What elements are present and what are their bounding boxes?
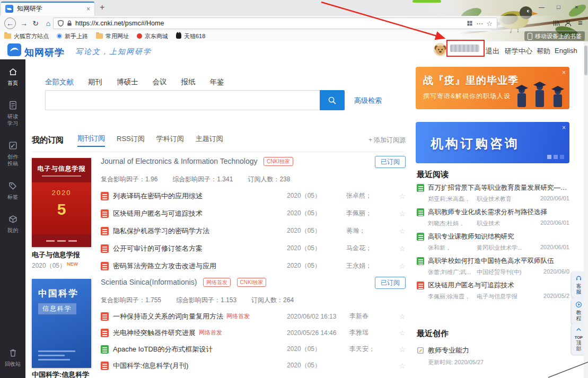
tab-yearbook[interactable]: 年鉴 [210, 77, 224, 87]
bookmark-star-icon[interactable]: ☆ [486, 20, 493, 28]
lock-icon[interactable] [67, 20, 72, 27]
article-title[interactable]: 隐私保护机器学习的密码学方法 [113, 226, 209, 236]
tab-topic-subs[interactable]: 主题订阅 [196, 134, 223, 146]
article-row[interactable]: 列表译码在密码中的应用综述 2020（05） 张卓然； ☆ [101, 187, 406, 205]
journal-caption[interactable]: 电子与信息学报 2020（05）NEW [32, 250, 99, 270]
reading-item[interactable]: 高职学校如何打造中国特色高水平双师队伍 张蕾;刘维广;武...中国经贸导刊(中)… [417, 257, 569, 281]
creation-item[interactable]: 教师专业能力 更新时间: 2020/05/27 [417, 346, 569, 366]
star-icon[interactable]: ☆ [393, 209, 406, 218]
journal-cover[interactable]: 中国科学 信息科学 [32, 279, 91, 368]
forward-button[interactable]: → [18, 17, 30, 29]
subscribed-button[interactable]: 已订阅 [375, 277, 406, 289]
article-row[interactable]: 区块链用户匿名与可追踪技术 2020（05） 李佩丽； ☆ [101, 205, 406, 222]
sidebar-item-tags[interactable]: 标签 [7, 181, 18, 200]
window-minimize-button[interactable]: — [539, 4, 545, 10]
article-row[interactable]: 密码算法旁路立方攻击改进与应用 2020（05） 王永娟； ☆ [101, 257, 406, 275]
star-icon[interactable]: ☆ [393, 192, 406, 200]
sidebar-item-home[interactable]: 首页 [7, 67, 18, 86]
bookmark-item[interactable]: 火狐官方站点 [4, 32, 49, 40]
user-avatar[interactable] [434, 43, 447, 56]
star-icon[interactable]: ☆ [393, 345, 406, 354]
new-tab-button[interactable]: + [100, 3, 104, 12]
article-title[interactable]: 公开可审计的可修订签名方案 [113, 244, 203, 253]
article-row[interactable]: 一种保持语义关系的词向量复用方法 网络首发 2020/06/02 16:13 李… [101, 308, 406, 324]
tab-subject-subs[interactable]: 学科订阅 [156, 134, 184, 146]
search-input[interactable] [45, 90, 320, 110]
tracking-shield-icon[interactable] [58, 20, 64, 27]
reading-item[interactable]: 高职专业课教师知识结构研究 张和新，黄冈职业技术学...2020/06/01 [417, 232, 569, 257]
article-row[interactable]: 公开可审计的可修订签名方案 2020（05） 马金花； ☆ [101, 240, 406, 257]
bookmark-item[interactable]: 京东商城 [137, 32, 168, 40]
reading-item[interactable]: 百万扩招背景下高等职业教育质量发展研究——兼... 郑亚莉;米高磊，职业技术教育… [417, 183, 569, 208]
site-logo-icon[interactable] [7, 43, 21, 58]
article-title[interactable]: 密码算法旁路立方攻击改进与应用 [113, 261, 216, 271]
advanced-search-link[interactable]: 高级检索 [354, 96, 382, 106]
article-title[interactable]: 列表译码在密码中的应用综述 [113, 191, 203, 201]
vertical-scrollbar[interactable] [584, 41, 588, 378]
star-icon[interactable]: ☆ [393, 262, 406, 270]
article-title[interactable]: 区块链用户匿名与可追踪技术 [113, 209, 203, 218]
subscribed-button[interactable]: 已订阅 [375, 156, 406, 168]
article-title[interactable]: 中国科学:信息科学(月刊) [113, 361, 188, 371]
sidebar-item-study[interactable]: 研读学习 [7, 100, 18, 127]
site-brand[interactable]: 知网研学 [24, 46, 65, 59]
reading-item[interactable]: 区块链用户匿名与可追踪技术 李佩丽;徐海霞，电子与信息学报2020/05/2 [417, 281, 569, 305]
help-link[interactable]: 帮助 [537, 47, 550, 56]
star-icon[interactable]: ☆ [393, 227, 406, 235]
username-redacted[interactable] [450, 45, 479, 52]
tab-close-icon[interactable]: × [86, 5, 90, 13]
article-title[interactable]: 光电神经突触器件研究进展 [113, 328, 196, 338]
article-row[interactable]: Apache IoTDB的分布式框架设计 2020（05） 李天安； ☆ [101, 341, 406, 357]
search-button[interactable] [320, 90, 345, 110]
tab-all-literature[interactable]: 全部文献 [45, 77, 74, 87]
home-button[interactable]: ⌂ [42, 17, 54, 29]
sidebar-item-recycle[interactable]: 回收站 [5, 348, 21, 367]
star-icon[interactable]: ☆ [393, 362, 406, 370]
reload-button[interactable]: ↻ [30, 17, 41, 29]
article-row[interactable]: 隐私保护机器学习的密码学方法 2020（05） 蒋瀚； ☆ [101, 222, 406, 240]
language-link[interactable]: English [555, 47, 577, 55]
star-icon[interactable]: ☆ [393, 329, 406, 337]
journal-title[interactable]: Scientia Sinica(Informationis) [101, 278, 197, 286]
article-title[interactable]: Apache IoTDB的分布式框架设计 [113, 345, 213, 354]
close-icon[interactable]: × [562, 69, 566, 76]
back-button[interactable]: ← [4, 17, 16, 29]
menu-icon[interactable]: ≡ [578, 18, 583, 27]
page-actions-menu-icon[interactable]: ⋯ [476, 20, 483, 28]
sidebar-item-create[interactable]: 创作投稿 [7, 140, 18, 167]
page-action-icon[interactable] [467, 20, 473, 27]
reading-item[interactable]: 高职教师专业化成长需求分析与路径选择 刘晓杰;杜娟，职业技术2020/06/01 [417, 208, 569, 232]
sidebar-item-mine[interactable]: 我的 [7, 214, 18, 234]
institution-banner[interactable]: × 机构订购咨询 [416, 122, 569, 163]
url-bar[interactable]: https://x.cnki.net/psmc#/Home ⋯ ☆ [53, 17, 497, 29]
scrollbar-thumb[interactable] [584, 46, 587, 75]
graduation-banner[interactable]: × 战『疫』里的毕业季 撰写寄语&解锁你的职场人设 [416, 67, 569, 109]
star-icon[interactable]: ☆ [393, 312, 406, 321]
article-title[interactable]: 一种保持语义关系的词向量复用方法 [113, 312, 223, 321]
browser-tab[interactable]: 知网研学 × [1, 2, 94, 16]
star-icon[interactable]: ☆ [393, 244, 406, 253]
url-text[interactable]: https://x.cnki.net/psmc#/Home [75, 20, 463, 27]
account-icon[interactable] [564, 19, 572, 27]
tab-newspaper[interactable]: 报纸 [181, 77, 196, 87]
add-subscription-button[interactable]: +添加订阅源 [368, 136, 406, 145]
close-icon[interactable]: × [562, 124, 566, 131]
tab-journal-subs[interactable]: 期刊订阅 [77, 134, 105, 147]
journal-caption[interactable]: 中国科学:信息科学 [32, 370, 99, 378]
tab-rss-subs[interactable]: RSS订阅 [117, 134, 145, 146]
tab-journals[interactable]: 期刊 [88, 77, 102, 87]
article-row[interactable]: 光电神经突触器件研究进展 网络首发 2020/05/26 14:46 李雅瑶 ☆ [101, 324, 406, 341]
article-row[interactable]: 中国科学:信息科学(月刊) 2020（05） ☆ [101, 357, 406, 374]
tab-theses[interactable]: 博硕士 [117, 77, 138, 87]
bookmark-item[interactable]: 天猫618 [176, 32, 205, 40]
mobile-bookmarks-folder[interactable]: 移动设备上的书签 [524, 31, 585, 41]
bookmark-item[interactable]: 新手上路 [57, 32, 88, 40]
library-icon[interactable] [552, 19, 560, 27]
window-close-button[interactable]: × [575, 4, 578, 10]
logout-link[interactable]: 退出 [486, 47, 499, 56]
journal-cover[interactable]: 电子与信息学报 2020 5 [32, 158, 91, 247]
bookmark-item[interactable]: 常用网址 [96, 32, 129, 40]
window-maximize-button[interactable]: □ [557, 4, 560, 10]
study-center-link[interactable]: 研学中心 [505, 47, 532, 56]
tab-conference[interactable]: 会议 [153, 77, 167, 87]
